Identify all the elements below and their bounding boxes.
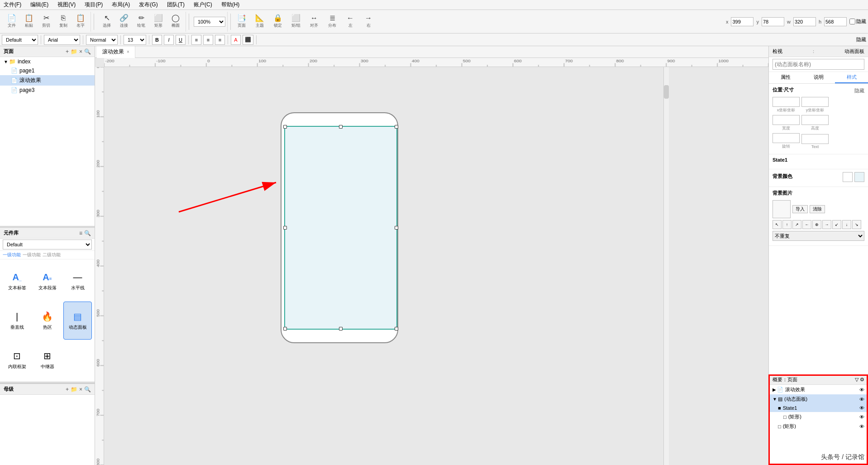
- align-ml[interactable]: ←: [802, 220, 811, 229]
- menu-item-P[interactable]: 项目(P): [83, 0, 105, 10]
- toolbar-btn-页面[interactable]: 📑页面: [234, 13, 250, 31]
- toolbar-btn-select[interactable]: ◯椭圆: [167, 13, 184, 31]
- toolbar-btn-文件[interactable]: 📄文件: [4, 13, 20, 31]
- page-item-index[interactable]: ▼📁index: [0, 57, 95, 66]
- font-select[interactable]: Arial: [44, 35, 80, 45]
- zoom-select[interactable]: 100%50%75%150%200%: [194, 17, 225, 27]
- component-text_label[interactable]: A_文本标签: [3, 262, 31, 300]
- layer-vis-state1[interactable]: 👁: [859, 405, 864, 411]
- component-vline[interactable]: |垂直线: [3, 302, 31, 339]
- align-tr[interactable]: ↗: [792, 220, 801, 229]
- master-folder-icon[interactable]: 📁: [71, 386, 77, 393]
- page-item-page1[interactable]: 📄page1: [0, 66, 95, 75]
- component-hline[interactable]: —水平线: [63, 262, 92, 300]
- canvas-tab-scroll[interactable]: 滚动效果 ×: [97, 46, 135, 58]
- handle-bot-center[interactable]: [339, 327, 343, 331]
- dynamic-panel-widget[interactable]: [284, 126, 397, 330]
- bg-color-swatch2[interactable]: [854, 172, 864, 182]
- w-input[interactable]: 320: [773, 115, 800, 125]
- layer-expand-dynamic_panel_root[interactable]: ▼: [773, 397, 777, 402]
- handle-top-center[interactable]: [339, 125, 343, 129]
- overview-filter-icon[interactable]: ▽ ⚙: [855, 377, 864, 383]
- font-color-btn[interactable]: A: [231, 35, 241, 45]
- align-bc[interactable]: ↓: [842, 220, 851, 229]
- component-hotspot[interactable]: 🔥热区: [33, 302, 62, 339]
- handle-bot-left[interactable]: [283, 327, 287, 331]
- toolbar-btn-复制[interactable]: ⎘复制: [55, 13, 72, 31]
- coord-y-input[interactable]: [762, 17, 784, 26]
- align-center-btn[interactable]: ≡: [203, 35, 213, 45]
- layer-item-rect1[interactable]: □(矩形)👁: [769, 412, 868, 422]
- italic-btn[interactable]: I: [164, 35, 174, 45]
- align-br[interactable]: ↘: [852, 220, 861, 229]
- menu-item-G[interactable]: 发布(G): [137, 0, 159, 10]
- tab-notes[interactable]: 说明: [802, 72, 835, 83]
- pages-delete-icon[interactable]: ×: [79, 48, 82, 55]
- toolbar-btn-select[interactable]: ↖选择: [99, 13, 115, 31]
- toolbar-btn-分布[interactable]: ≣分布: [324, 13, 340, 31]
- toolbar-btn-对齐[interactable]: ↔对齐: [306, 13, 322, 31]
- toolbar-btn-主题[interactable]: 📐主题: [252, 13, 268, 31]
- bg-clear-button[interactable]: 清除: [810, 205, 825, 213]
- handle-mid-right[interactable]: [395, 226, 398, 230]
- menu-item-H[interactable]: 帮助(H): [219, 0, 242, 10]
- underline-btn[interactable]: U: [176, 35, 186, 45]
- handle-top-right[interactable]: [395, 125, 398, 129]
- align-tc[interactable]: ↑: [782, 220, 792, 229]
- tab-style[interactable]: 样式: [835, 72, 868, 83]
- layer-vis-dynamic_panel_root[interactable]: 👁: [859, 397, 864, 402]
- coord-h-input[interactable]: [824, 17, 847, 26]
- toolbar-btn-select[interactable]: 🔗连接: [116, 13, 132, 31]
- component-search-icon[interactable]: 🔍: [84, 230, 91, 236]
- toolbar-btn-粘贴[interactable]: 📋粘贴: [21, 13, 37, 31]
- layer-item-scroll_effect[interactable]: ▶📄滚动效果👁: [769, 385, 868, 394]
- toolbar-btn-select[interactable]: ✏绘笔: [133, 13, 149, 31]
- menu-item-C[interactable]: 账户(C): [192, 0, 214, 10]
- pages-folder-icon[interactable]: 📁: [71, 48, 77, 55]
- menu-item-F[interactable]: 文件(F): [2, 0, 23, 10]
- page-select[interactable]: Default: [2, 35, 38, 45]
- text-input[interactable]: 0: [801, 134, 829, 144]
- toolbar-btn-select[interactable]: ⬜矩形: [150, 13, 167, 31]
- rot-input[interactable]: 0: [773, 133, 800, 143]
- pages-search-icon[interactable]: 🔍: [84, 48, 91, 55]
- menu-item-A[interactable]: 布局(A): [110, 0, 132, 10]
- layer-vis-scroll_effect[interactable]: 👁: [859, 387, 864, 393]
- component-relay[interactable]: ⊞中继器: [33, 341, 62, 379]
- master-delete-icon[interactable]: ×: [79, 386, 82, 393]
- bold-btn[interactable]: B: [152, 35, 162, 45]
- h-input[interactable]: 568: [801, 115, 829, 125]
- size-select[interactable]: 13: [124, 35, 146, 45]
- cat-primary-1[interactable]: 一级功能: [3, 252, 21, 258]
- tab-properties[interactable]: 属性: [769, 72, 802, 83]
- toolbar-btn-矩/组[interactable]: ⬜矩/组: [288, 13, 304, 31]
- layer-item-state1[interactable]: ■State1👁: [769, 404, 868, 412]
- style-select[interactable]: Normal: [86, 35, 118, 45]
- repeat-select[interactable]: 不重复 重复 水平重复 垂直重复: [773, 231, 864, 241]
- toolbar-btn-锁定[interactable]: 🔒锁定: [270, 13, 286, 31]
- expand-icon-index[interactable]: ▼: [4, 59, 8, 64]
- toolbar-btn-左[interactable]: ←左: [342, 13, 358, 31]
- pages-add-icon[interactable]: +: [66, 48, 69, 55]
- align-tl[interactable]: ↖: [773, 220, 782, 229]
- canvas-viewport[interactable]: [95, 58, 768, 465]
- menu-item-T[interactable]: 团队(T): [165, 0, 186, 10]
- component-lib-select[interactable]: Default: [3, 240, 92, 249]
- align-left-btn[interactable]: ≡: [191, 35, 201, 45]
- panel-name-input[interactable]: [773, 59, 864, 70]
- master-search-icon[interactable]: 🔍: [84, 386, 91, 393]
- handle-mid-left[interactable]: [283, 226, 287, 230]
- align-mr[interactable]: →: [822, 220, 831, 229]
- toolbar-btn-剪切[interactable]: ✂剪切: [38, 13, 54, 31]
- align-mc[interactable]: ⊕: [812, 220, 821, 229]
- layer-item-dynamic_panel_root[interactable]: ▼▤(动态面板)👁: [769, 394, 868, 404]
- page-item-page3[interactable]: 📄page3: [0, 86, 95, 95]
- y-input[interactable]: 78: [801, 97, 829, 107]
- menu-item-V[interactable]: 视图(V): [56, 0, 77, 10]
- component-dynamic_panel[interactable]: ▤动态面板: [63, 302, 92, 339]
- coord-w-input[interactable]: [793, 17, 816, 26]
- page-item-scroll[interactable]: 📄滚动效果: [0, 75, 95, 86]
- component-settings-icon[interactable]: ≡: [79, 230, 82, 236]
- vertical-scrollbar[interactable]: [663, 67, 669, 465]
- layer-vis-rect2[interactable]: 👁: [859, 424, 864, 429]
